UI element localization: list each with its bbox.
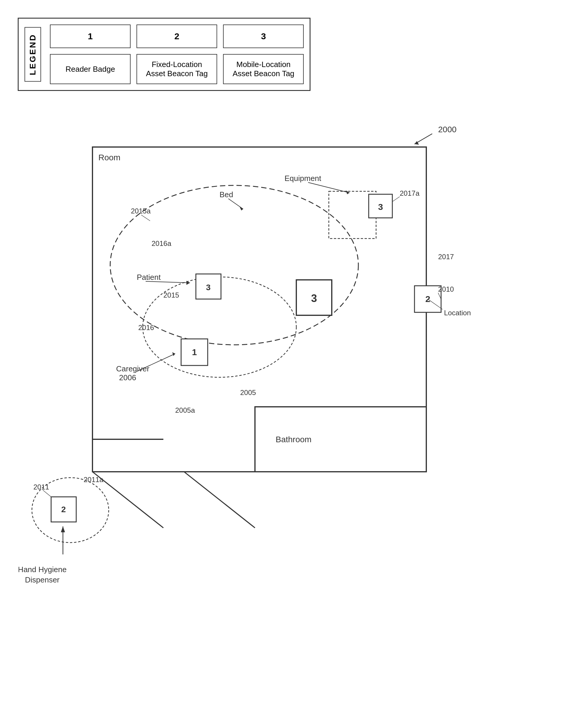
label-2011a: 2011a <box>84 476 103 484</box>
location-label: Location <box>444 309 471 317</box>
legend-fixed-location: Fixed-LocationAsset Beacon Tag <box>136 54 217 84</box>
caregiver-label2: 2006 <box>119 373 136 382</box>
label-2017a: 2017a <box>400 189 420 197</box>
label-2005: 2005 <box>240 389 256 396</box>
legend-reader-badge: Reader Badge <box>50 54 131 84</box>
svg-line-11 <box>228 199 243 209</box>
legend-grid: 1 2 3 Reader Badge Fixed-LocationAsset B… <box>50 25 304 84</box>
page-container: LEGEND 1 2 3 Reader Badge Fixed-Location… <box>0 0 569 728</box>
label-2005a: 2005a <box>175 406 195 414</box>
svg-line-5 <box>392 197 400 202</box>
bathroom-label: Bathroom <box>275 435 312 444</box>
ref-2000: 2000 <box>438 125 457 134</box>
svg-line-10 <box>141 215 150 221</box>
legend-num-2: 2 <box>136 25 217 48</box>
legend-mobile-location: Mobile-LocationAsset Beacon Tag <box>223 54 304 84</box>
label-2011: 2011 <box>33 483 49 491</box>
svg-marker-16 <box>172 352 175 356</box>
node-2015-label: 3 <box>206 283 211 292</box>
label-2010: 2010 <box>438 285 454 293</box>
svg-line-15 <box>137 354 175 371</box>
diagram-svg: 2000 Room Bathroom <box>19 115 550 675</box>
node-equip-label: 3 <box>311 292 317 304</box>
node-2017a-label: 3 <box>378 202 383 212</box>
node-2011-label: 2 <box>61 505 66 514</box>
svg-marker-22 <box>61 526 65 532</box>
equipment-label: Equipment <box>284 174 322 183</box>
label-2015a: 2015a <box>131 207 151 215</box>
label-2015: 2015 <box>163 291 179 299</box>
legend-num-3: 3 <box>223 25 304 48</box>
label-2017: 2017 <box>438 253 454 261</box>
caregiver-label: Caregiver <box>116 364 149 373</box>
hygiene-label2: Dispenser <box>25 575 59 584</box>
patient-label: Patient <box>137 273 161 282</box>
bed-label: Bed <box>219 190 233 199</box>
node-caregiver-label: 1 <box>192 347 197 357</box>
legend-box: LEGEND 1 2 3 Reader Badge Fixed-Location… <box>18 18 311 91</box>
hygiene-label1: Hand Hygiene <box>19 565 66 574</box>
legend-title: LEGEND <box>25 27 41 82</box>
svg-line-18 <box>184 472 255 528</box>
svg-line-8 <box>146 281 190 283</box>
legend-num-1: 1 <box>50 25 131 48</box>
label-2016: 2016 <box>138 324 154 332</box>
diagram-area: 2000 Room Bathroom <box>19 115 550 675</box>
label-2016a: 2016a <box>151 239 171 247</box>
svg-line-20 <box>43 490 51 497</box>
room-label: Room <box>98 153 120 162</box>
node-2010-label: 2 <box>426 294 431 304</box>
